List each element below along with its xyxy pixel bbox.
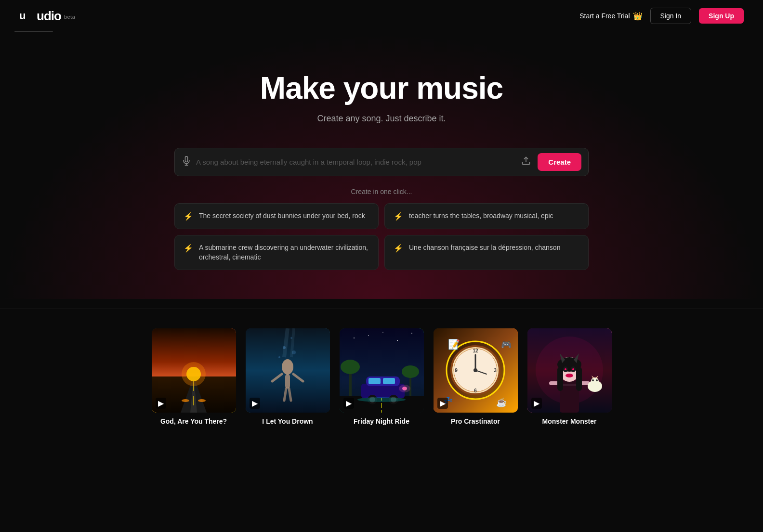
free-trial-label: Start a Free Trial (579, 12, 630, 20)
svg-point-81 (566, 374, 573, 377)
svg-point-84 (592, 379, 594, 381)
svg-rect-68 (561, 384, 578, 386)
svg-text:9: 9 (455, 368, 458, 373)
svg-rect-41 (368, 378, 381, 384)
search-container: Create (174, 148, 589, 176)
lightning-icon: ⚡ (394, 212, 403, 221)
play-badge: ▶ (437, 398, 448, 409)
svg-text:🎮: 🎮 (501, 339, 512, 350)
create-button[interactable]: Create (538, 153, 581, 171)
logo-area: u udio beta (19, 9, 75, 24)
svg-point-79 (565, 368, 566, 370)
music-card[interactable]: ▶ Monster Monster (527, 328, 612, 425)
svg-point-60 (474, 368, 477, 372)
svg-text:6: 6 (474, 388, 477, 393)
navbar: u udio beta Start a Free Trial 👑 Sign In… (0, 0, 763, 32)
music-card-image: 12 3 6 9 📝 ☕ 💤 🎮 ▶ (434, 328, 518, 413)
svg-point-10 (182, 399, 189, 402)
hero-section: Make your music Create any song. Just de… (0, 32, 763, 299)
svg-rect-74 (576, 367, 582, 391)
svg-point-83 (591, 377, 599, 385)
free-trial-link[interactable]: Start a Free Trial 👑 (579, 12, 642, 21)
music-card[interactable]: 12 3 6 9 📝 ☕ 💤 🎮 ▶ Pro Crastinator (434, 328, 518, 425)
play-badge: ▶ (531, 398, 542, 409)
music-card[interactable]: ▶ God, Are You There? (152, 328, 236, 425)
play-badge: ▶ (343, 398, 354, 409)
music-card-image: ▶ (246, 328, 330, 413)
music-card[interactable]: ▶ I Let You Drown (246, 328, 330, 425)
svg-text:📝: 📝 (448, 338, 460, 350)
crown-icon: 👑 (633, 12, 643, 21)
svg-text:u: u (19, 10, 26, 22)
svg-point-19 (282, 359, 293, 375)
svg-rect-20 (285, 374, 290, 389)
svg-point-30 (397, 340, 398, 341)
suggestion-text: A submarine crew discovering an underwat… (199, 243, 369, 262)
svg-point-80 (572, 368, 574, 370)
suggestion-text: Une chanson française sur la dépression,… (409, 243, 560, 253)
lightning-icon: ⚡ (184, 212, 193, 221)
svg-point-28 (354, 337, 355, 338)
music-card-title: Monster Monster (527, 417, 612, 425)
one-click-label: Create in one click... (351, 188, 412, 195)
svg-point-48 (399, 385, 410, 392)
svg-point-85 (596, 379, 598, 381)
nav-progress-bar (14, 31, 53, 32)
suggestion-text: teacher turns the tables, broadway music… (409, 211, 553, 221)
nav-right: Start a Free Trial 👑 Sign In Sign Up (579, 8, 744, 24)
lightning-icon: ⚡ (184, 244, 193, 253)
suggestion-card[interactable]: ⚡ A submarine crew discovering an underw… (174, 235, 379, 270)
music-card-image: ▶ (152, 328, 236, 413)
hero-subtitle: Create any song. Just describe it. (317, 114, 446, 124)
suggestion-text: The secret society of dust bunnies under… (199, 211, 365, 221)
svg-point-36 (402, 365, 419, 378)
svg-text:12: 12 (473, 348, 478, 353)
play-badge: ▶ (156, 398, 166, 409)
upload-button[interactable] (519, 154, 533, 170)
svg-point-31 (411, 333, 412, 334)
svg-rect-73 (557, 367, 563, 391)
svg-text:3: 3 (494, 368, 497, 373)
music-card-title: I Let You Drown (246, 417, 330, 425)
suggestion-card[interactable]: ⚡ Une chanson française sur la dépressio… (384, 235, 589, 270)
music-cards-row: ▶ God, Are You There? (29, 328, 734, 425)
svg-point-34 (341, 360, 360, 374)
svg-point-49 (357, 397, 406, 402)
music-card-title: God, Are You There? (152, 417, 236, 425)
udio-logo-icon: u (19, 9, 34, 23)
music-cards-section: ▶ God, Are You There? (0, 319, 763, 444)
logo-text: udio (37, 9, 61, 24)
lightning-icon: ⚡ (394, 244, 403, 253)
sign-up-button[interactable]: Sign Up (699, 8, 744, 24)
sign-in-button[interactable]: Sign In (650, 8, 692, 24)
svg-point-11 (198, 399, 206, 402)
music-card-image: ▶ (340, 328, 424, 413)
svg-point-13 (182, 362, 206, 386)
music-card-image: ▶ (527, 328, 612, 413)
section-divider (0, 309, 763, 309)
suggestion-card[interactable]: ⚡ teacher turns the tables, broadway mus… (384, 203, 589, 229)
play-badge: ▶ (250, 398, 260, 409)
suggestions-grid: ⚡ The secret society of dust bunnies und… (174, 203, 589, 270)
music-card[interactable]: ▶ Friday Night Ride (340, 328, 424, 425)
beta-badge: beta (64, 14, 75, 20)
svg-text:☕: ☕ (496, 397, 507, 408)
music-card-title: Pro Crastinator (434, 417, 518, 425)
svg-point-32 (382, 332, 383, 333)
svg-point-17 (278, 356, 280, 358)
svg-rect-42 (383, 378, 395, 384)
music-card-title: Friday Night Ride (340, 417, 424, 425)
suggestion-card[interactable]: ⚡ The secret society of dust bunnies und… (174, 203, 379, 229)
hero-title: Make your music (260, 70, 503, 106)
svg-point-29 (368, 335, 369, 336)
mic-icon (182, 156, 191, 168)
search-input[interactable] (196, 158, 514, 166)
